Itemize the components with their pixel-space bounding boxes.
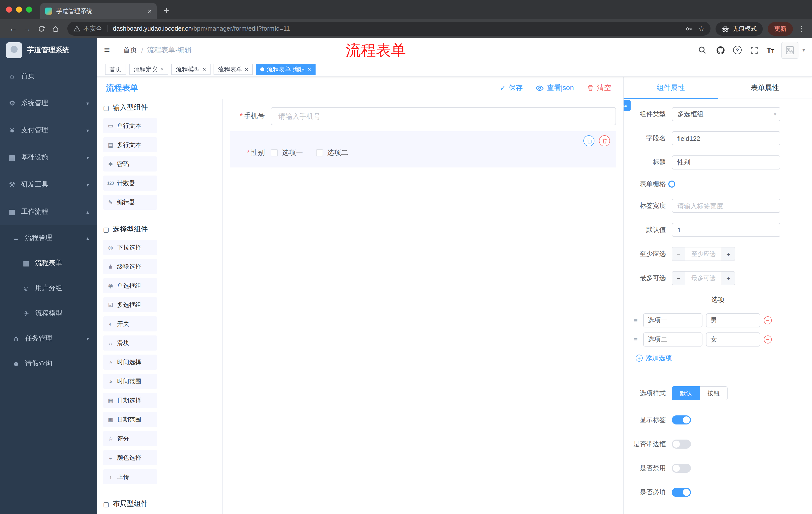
bookmark-star-icon[interactable]: ☆ bbox=[698, 25, 704, 33]
sidebar-item-home[interactable]: ⌂ 首页 bbox=[0, 62, 97, 89]
sidebar-item-process-model[interactable]: ✈ 流程模型 bbox=[0, 301, 97, 326]
canvas-field-gender-selected[interactable]: *性别 选项一 选项二 bbox=[230, 131, 616, 167]
delete-field-button[interactable] bbox=[599, 135, 610, 146]
link-icon[interactable]: ∞ bbox=[623, 100, 631, 111]
component-radio-group[interactable]: ◉单选框组 bbox=[103, 278, 157, 293]
help-icon[interactable]: ? bbox=[733, 46, 742, 54]
gender-option-1-checkbox[interactable]: 选项一 bbox=[271, 148, 303, 157]
sidebar-item-workflow[interactable]: ▦ 工作流程 ▴ bbox=[0, 198, 97, 225]
font-size-icon[interactable]: TT bbox=[766, 46, 774, 54]
sidebar-item-user-group[interactable]: ☺ 用户分组 bbox=[0, 276, 97, 301]
style-button-button[interactable]: 按钮 bbox=[700, 386, 728, 400]
component-password[interactable]: ✱密码 bbox=[103, 156, 157, 171]
minus-button[interactable]: − bbox=[672, 272, 685, 285]
minus-button[interactable]: − bbox=[672, 247, 685, 261]
component-single-line-text[interactable]: ▭单行文本 bbox=[103, 118, 157, 133]
component-slider[interactable]: ↔滑块 bbox=[103, 335, 157, 351]
github-icon[interactable] bbox=[715, 45, 726, 56]
option-1-label-input[interactable] bbox=[643, 313, 702, 327]
tag-process-form[interactable]: 流程表单× bbox=[213, 64, 253, 75]
address-bar[interactable]: 不安全 dashboard.yudao.iocoder.cn/bpm/manag… bbox=[67, 22, 710, 36]
required-toggle[interactable] bbox=[672, 488, 691, 497]
label-width-input[interactable] bbox=[672, 199, 780, 213]
tag-process-definition[interactable]: 流程定义× bbox=[129, 64, 168, 75]
component-time-picker[interactable]: ◔时间选择 bbox=[103, 355, 157, 370]
sidebar-item-process-form[interactable]: ▥ 流程表单 bbox=[0, 250, 97, 276]
component-checkbox-group[interactable]: ☑多选框组 bbox=[103, 297, 157, 312]
browser-menu-icon[interactable]: ⋮ bbox=[797, 24, 806, 33]
title-input[interactable] bbox=[672, 155, 780, 169]
field-name-input[interactable] bbox=[672, 131, 780, 145]
remove-option-button[interactable]: − bbox=[764, 316, 772, 324]
component-upload[interactable]: ↑上传 bbox=[103, 469, 157, 484]
hamburger-icon[interactable]: ≡ bbox=[104, 44, 118, 56]
maximize-window-button[interactable] bbox=[26, 6, 32, 12]
sidebar-item-payment[interactable]: ¥ 支付管理 ▾ bbox=[0, 117, 97, 144]
tag-home[interactable]: 首页 bbox=[105, 64, 126, 75]
disabled-toggle[interactable] bbox=[672, 464, 691, 473]
back-icon[interactable]: ← bbox=[6, 22, 20, 36]
component-multi-line-text[interactable]: ▤多行文本 bbox=[103, 137, 157, 153]
checkbox[interactable] bbox=[271, 150, 278, 156]
close-icon[interactable]: × bbox=[203, 66, 206, 73]
close-icon[interactable]: × bbox=[308, 66, 311, 73]
with-border-toggle[interactable] bbox=[672, 439, 691, 449]
component-editor[interactable]: ✎编辑器 bbox=[103, 195, 157, 210]
component-type-select[interactable]: 多选框组 bbox=[672, 107, 780, 121]
component-switch[interactable]: ◐开关 bbox=[103, 316, 157, 331]
add-option-button[interactable]: + 添加选项 bbox=[636, 354, 804, 362]
phone-input[interactable] bbox=[271, 107, 616, 125]
option-2-value-input[interactable] bbox=[706, 332, 760, 347]
chevron-down-icon[interactable]: ▾ bbox=[803, 47, 805, 53]
sidebar-item-infrastructure[interactable]: ▤ 基础设施 ▾ bbox=[0, 144, 97, 171]
canvas-field-phone[interactable]: *手机号 bbox=[230, 107, 616, 125]
close-icon[interactable]: × bbox=[245, 66, 248, 73]
drag-handle-icon[interactable]: ≡ bbox=[632, 335, 640, 344]
option-1-value-input[interactable] bbox=[706, 313, 760, 327]
sidebar-item-process-management[interactable]: ≡ 流程管理 ▴ bbox=[0, 225, 97, 250]
component-time-range-picker[interactable]: ◕时间范围 bbox=[103, 374, 157, 389]
sidebar-item-task-management[interactable]: ⋔ 任务管理 ▾ bbox=[0, 326, 97, 351]
tag-process-model[interactable]: 流程模型× bbox=[171, 64, 210, 75]
search-icon[interactable] bbox=[697, 45, 708, 56]
password-key-icon[interactable] bbox=[686, 25, 693, 32]
close-window-button[interactable] bbox=[6, 6, 12, 12]
tab-close-icon[interactable]: × bbox=[148, 7, 152, 15]
fullscreen-icon[interactable] bbox=[749, 45, 759, 56]
slider-handle[interactable] bbox=[668, 181, 675, 188]
component-date-range-picker[interactable]: ▩日期范围 bbox=[103, 412, 157, 427]
tag-process-form-edit[interactable]: 流程表单-编辑× bbox=[256, 64, 316, 75]
forward-icon[interactable]: → bbox=[20, 22, 34, 36]
browser-tab[interactable]: 芋道管理系统 × bbox=[40, 3, 157, 19]
sidebar-item-devtools[interactable]: ⚒ 研发工具 ▾ bbox=[0, 171, 97, 198]
sidebar-item-leave-query[interactable]: ☻ 请假查询 bbox=[0, 351, 97, 376]
component-counter[interactable]: 123计数器 bbox=[103, 175, 157, 191]
component-rate[interactable]: ☆评分 bbox=[103, 431, 157, 446]
tab-component-props[interactable]: 组件属性 bbox=[624, 77, 718, 99]
avatar[interactable] bbox=[781, 42, 799, 59]
plus-button[interactable]: + bbox=[722, 247, 735, 261]
component-select[interactable]: ◎下拉选择 bbox=[103, 240, 157, 255]
update-button[interactable]: 更新 bbox=[768, 22, 793, 35]
tab-form-props[interactable]: 表单属性 bbox=[718, 77, 812, 99]
close-icon[interactable]: × bbox=[160, 66, 164, 73]
component-color-picker[interactable]: ◒颜色选择 bbox=[103, 450, 157, 465]
component-date-picker[interactable]: ▦日期选择 bbox=[103, 393, 157, 408]
show-label-toggle[interactable] bbox=[672, 415, 691, 425]
component-cascader[interactable]: ⋔级联选择 bbox=[103, 259, 157, 274]
max-select-stepper[interactable]: − 最多可选 + bbox=[672, 271, 735, 285]
style-default-button[interactable]: 默认 bbox=[672, 386, 700, 400]
home-icon[interactable] bbox=[48, 22, 62, 36]
save-button[interactable]: ✓ 保存 bbox=[500, 83, 523, 92]
breadcrumb-home[interactable]: 首页 bbox=[123, 46, 137, 55]
gender-option-2-checkbox[interactable]: 选项二 bbox=[316, 148, 348, 157]
default-value-input[interactable] bbox=[672, 223, 780, 237]
new-tab-button[interactable]: + bbox=[164, 5, 169, 16]
sidebar-item-system[interactable]: ⚙ 系统管理 ▾ bbox=[0, 89, 97, 117]
minimize-window-button[interactable] bbox=[16, 6, 22, 12]
min-select-stepper[interactable]: − 至少应选 + bbox=[672, 247, 735, 261]
clear-button[interactable]: 清空 bbox=[587, 83, 611, 92]
option-2-label-input[interactable] bbox=[643, 332, 702, 347]
view-json-button[interactable]: 查看json bbox=[536, 83, 574, 92]
copy-field-button[interactable] bbox=[583, 135, 594, 146]
